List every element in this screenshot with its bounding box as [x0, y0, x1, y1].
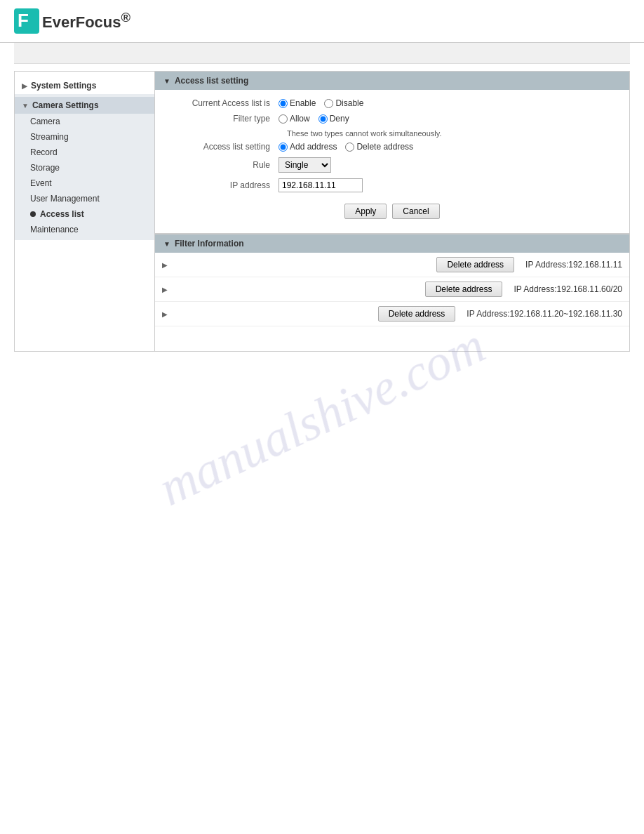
deny-radio-label[interactable]: Deny — [318, 114, 349, 124]
current-access-list-controls: Enable Disable — [279, 98, 618, 108]
sidebar-item-access-list[interactable]: Access list — [15, 206, 154, 222]
rule-row: Rule Single Network Range — [166, 157, 618, 173]
access-list-section-header: ▼ Access list setting — [155, 72, 629, 90]
sidebar-item-streaming[interactable]: Streaming — [15, 129, 154, 145]
ip-address-row: IP address — [166, 178, 618, 192]
storage-label: Storage — [30, 163, 60, 173]
form-buttons: Apply Cancel — [166, 198, 618, 225]
ip-address-label: IP address — [166, 180, 279, 190]
user-management-label: User Management — [30, 194, 100, 204]
sidebar-item-record[interactable]: Record — [15, 145, 154, 160]
camera-settings-label: Camera Settings — [32, 100, 99, 110]
rule-controls: Single Network Range — [279, 157, 618, 173]
content-area: ▼ Access list setting Current Access lis… — [155, 72, 629, 351]
sidebar-item-user-management[interactable]: User Management — [15, 191, 154, 206]
filter-entry-3-ip: IP Address:192.168.11.20~192.168.11.30 — [467, 309, 622, 319]
camera-settings-arrow: ▼ — [22, 102, 29, 110]
everfocus-logo-icon: F — [14, 8, 39, 34]
logo: F EverFocus® — [14, 8, 130, 34]
sidebar: ▶ System Settings ▼ Camera Settings Came… — [15, 72, 155, 351]
delete-address-btn-1[interactable]: Delete address — [436, 257, 514, 272]
ip-address-input[interactable] — [279, 178, 363, 192]
brand-name: EverFocus® — [42, 10, 130, 32]
access-list-setting-row: Access list setting Add address Delete a… — [166, 142, 618, 152]
delete-address-radio[interactable] — [345, 143, 354, 152]
filter-entry-1: ▶ Delete address IP Address:192.168.11.1… — [155, 253, 629, 277]
header: F EverFocus® — [0, 0, 644, 43]
current-access-list-label: Current Access list is — [166, 98, 279, 108]
system-settings-label: System Settings — [31, 81, 96, 91]
rule-label: Rule — [166, 160, 279, 170]
delete-address-radio-label[interactable]: Delete address — [345, 142, 413, 152]
filter-info-arrow: ▼ — [163, 240, 170, 248]
add-address-radio-label[interactable]: Add address — [279, 142, 337, 152]
delete-address-btn-2[interactable]: Delete address — [425, 282, 503, 297]
enable-radio[interactable] — [279, 99, 288, 108]
access-list-section-title: Access list setting — [175, 76, 248, 86]
filter-entry-3-expand[interactable]: ▶ — [162, 310, 170, 318]
delete-address-radio-text: Delete address — [356, 142, 413, 152]
top-navigation-bar — [14, 43, 630, 64]
record-label: Record — [30, 147, 58, 157]
rule-select[interactable]: Single Network Range — [279, 157, 331, 173]
access-list-setting-label: Access list setting — [166, 142, 279, 152]
filter-entry-2: ▶ Delete address IP Address:192.168.11.6… — [155, 277, 629, 302]
disable-radio-text: Disable — [335, 98, 363, 108]
filter-entry-3: ▶ Delete address IP Address:192.168.11.2… — [155, 302, 629, 326]
disable-radio-label[interactable]: Disable — [324, 98, 363, 108]
access-list-setting-controls: Add address Delete address — [279, 142, 618, 152]
apply-button[interactable]: Apply — [344, 204, 387, 219]
event-label: Event — [30, 178, 52, 188]
filter-entry-2-expand[interactable]: ▶ — [162, 286, 170, 293]
add-address-radio[interactable] — [279, 143, 288, 152]
sidebar-group-system-settings[interactable]: ▶ System Settings — [15, 77, 154, 94]
filter-information-section: ▼ Filter Information ▶ Delete address IP… — [155, 234, 629, 326]
enable-radio-label[interactable]: Enable — [279, 98, 316, 108]
allow-radio[interactable] — [279, 114, 288, 124]
streaming-label: Streaming — [30, 132, 69, 142]
access-list-form: Current Access list is Enable Disable Fi… — [155, 90, 629, 234]
add-address-radio-text: Add address — [290, 142, 337, 152]
allow-radio-label[interactable]: Allow — [279, 114, 310, 124]
deny-radio-text: Deny — [330, 114, 349, 124]
camera-settings-header[interactable]: ▼ Camera Settings — [15, 97, 154, 114]
filter-entry-1-expand[interactable]: ▶ — [162, 261, 170, 269]
ip-address-controls — [279, 178, 618, 192]
access-list-section-arrow: ▼ — [163, 77, 170, 85]
filter-type-warning: These two types cannot work simultaneous… — [287, 129, 618, 138]
access-list-label: Access list — [40, 209, 84, 219]
filter-information-title: Filter Information — [175, 239, 244, 249]
filter-type-controls: Allow Deny — [279, 114, 618, 124]
cancel-button[interactable]: Cancel — [392, 204, 439, 219]
sidebar-item-maintenance[interactable]: Maintenance — [15, 222, 154, 237]
sidebar-item-event[interactable]: Event — [15, 176, 154, 191]
sidebar-item-camera[interactable]: Camera — [15, 114, 154, 129]
deny-radio[interactable] — [318, 114, 328, 124]
sidebar-item-storage[interactable]: Storage — [15, 160, 154, 176]
current-access-list-row: Current Access list is Enable Disable — [166, 98, 618, 108]
filter-type-row: Filter type Allow Deny — [166, 114, 618, 124]
delete-address-btn-3[interactable]: Delete address — [378, 306, 456, 322]
allow-radio-text: Allow — [290, 114, 310, 124]
maintenance-label: Maintenance — [30, 225, 79, 234]
filter-type-label: Filter type — [166, 114, 279, 124]
system-settings-arrow: ▶ — [22, 82, 27, 90]
camera-label: Camera — [30, 117, 60, 126]
enable-radio-text: Enable — [290, 98, 316, 108]
filter-entry-1-ip: IP Address:192.168.11.11 — [525, 260, 622, 270]
filter-information-header: ▼ Filter Information — [155, 234, 629, 253]
active-bullet — [30, 211, 36, 217]
sidebar-group-camera-settings: ▼ Camera Settings Camera Streaming Recor… — [15, 94, 154, 240]
filter-entry-2-ip: IP Address:192.168.11.60/20 — [514, 284, 622, 294]
main-content: ▶ System Settings ▼ Camera Settings Came… — [14, 71, 630, 352]
disable-radio[interactable] — [324, 99, 333, 108]
svg-text:F: F — [18, 10, 29, 31]
